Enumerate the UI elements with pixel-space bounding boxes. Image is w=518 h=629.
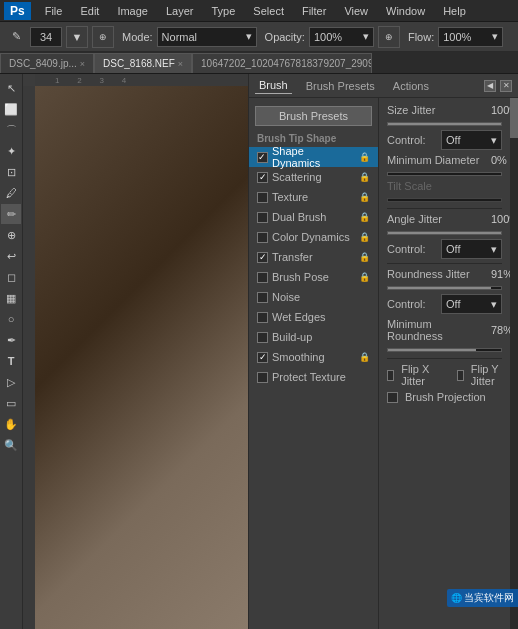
menu-type[interactable]: Type bbox=[204, 3, 244, 19]
eyedropper-tool[interactable]: 🖊 bbox=[1, 183, 21, 203]
checkbox-protect-texture[interactable] bbox=[257, 372, 268, 383]
scrollbar-thumb[interactable] bbox=[510, 98, 518, 138]
brush-item-brush-pose[interactable]: Brush Pose 🔒 bbox=[249, 267, 378, 287]
opacity-pressure-icon[interactable]: ⊕ bbox=[378, 26, 400, 48]
flip-jitter-row: Flip X Jitter Flip Y Jitter bbox=[387, 363, 502, 387]
menu-edit[interactable]: Edit bbox=[72, 3, 107, 19]
lasso-tool[interactable]: ⌒ bbox=[1, 120, 21, 140]
brush-item-wet-edges[interactable]: Wet Edges bbox=[249, 307, 378, 327]
angle-jitter-row: Angle Jitter 100% bbox=[387, 213, 502, 225]
dodge-tool[interactable]: ○ bbox=[1, 309, 21, 329]
history-brush-tool[interactable]: ↩ bbox=[1, 246, 21, 266]
brush-item-smoothing[interactable]: ✓ Smoothing 🔒 bbox=[249, 347, 378, 367]
flip-y-item: Flip Y Jitter bbox=[457, 363, 502, 387]
checkbox-brush-proj[interactable] bbox=[387, 392, 398, 403]
brush-tool-icon: ✎ bbox=[6, 27, 26, 47]
doc-tab-1-close[interactable]: × bbox=[178, 59, 183, 69]
panel-tab-brush[interactable]: Brush bbox=[255, 77, 292, 94]
label-dual-brush: Dual Brush bbox=[272, 211, 326, 223]
checkbox-smoothing[interactable]: ✓ bbox=[257, 352, 268, 363]
min-diameter-label: Minimum Diameter bbox=[387, 154, 487, 166]
eraser-tool[interactable]: ◻ bbox=[1, 267, 21, 287]
pressure-icon[interactable]: ⊕ bbox=[92, 26, 114, 48]
checkbox-noise[interactable] bbox=[257, 292, 268, 303]
roundness-jitter-row: Roundness Jitter 91% bbox=[387, 268, 502, 280]
brush-item-dual-brush[interactable]: Dual Brush 🔒 bbox=[249, 207, 378, 227]
checkbox-scattering[interactable]: ✓ bbox=[257, 172, 268, 183]
marquee-tool[interactable]: ⬜ bbox=[1, 99, 21, 119]
brush-item-texture[interactable]: Texture 🔒 bbox=[249, 187, 378, 207]
checkbox-transfer[interactable]: ✓ bbox=[257, 252, 268, 263]
mode-value: Normal bbox=[162, 31, 197, 43]
checkbox-shape-dynamics[interactable]: ✓ bbox=[257, 152, 268, 163]
lock-shape-dynamics: 🔒 bbox=[359, 152, 370, 162]
crop-tool[interactable]: ⊡ bbox=[1, 162, 21, 182]
text-tool[interactable]: T bbox=[1, 351, 21, 371]
control2-row: Control: Off ▾ bbox=[387, 239, 502, 259]
gradient-tool[interactable]: ▦ bbox=[1, 288, 21, 308]
opacity-dropdown[interactable]: 100% ▾ bbox=[309, 27, 374, 47]
control2-dropdown[interactable]: Off ▾ bbox=[441, 239, 502, 259]
menu-select[interactable]: Select bbox=[245, 3, 292, 19]
pen-tool[interactable]: ✒ bbox=[1, 330, 21, 350]
checkbox-flip-y[interactable] bbox=[457, 370, 464, 381]
stamp-tool[interactable]: ⊕ bbox=[1, 225, 21, 245]
lock-brush-pose: 🔒 bbox=[359, 272, 370, 282]
menu-filter[interactable]: Filter bbox=[294, 3, 334, 19]
mode-chevron: ▾ bbox=[246, 30, 252, 43]
brush-item-build-up[interactable]: Build-up bbox=[249, 327, 378, 347]
checkbox-build-up[interactable] bbox=[257, 332, 268, 343]
settings-scrollbar[interactable] bbox=[510, 98, 518, 629]
brush-item-scattering[interactable]: ✓ Scattering 🔒 bbox=[249, 167, 378, 187]
doc-tab-0[interactable]: DSC_8409.jp... × bbox=[0, 53, 94, 73]
brush-tool[interactable]: ✏ bbox=[1, 204, 21, 224]
brush-item-transfer[interactable]: ✓ Transfer 🔒 bbox=[249, 247, 378, 267]
checkbox-dual-brush[interactable] bbox=[257, 212, 268, 223]
watermark-icon: 🌐 bbox=[451, 593, 462, 603]
checkbox-texture[interactable] bbox=[257, 192, 268, 203]
brush-item-noise[interactable]: Noise bbox=[249, 287, 378, 307]
control1-dropdown[interactable]: Off ▾ bbox=[441, 130, 502, 150]
brush-proj-label: Brush Projection bbox=[405, 391, 486, 403]
checkbox-brush-pose[interactable] bbox=[257, 272, 268, 283]
panel-tab-actions[interactable]: Actions bbox=[389, 78, 433, 94]
brush-item-protect-texture[interactable]: Protect Texture bbox=[249, 367, 378, 387]
menu-file[interactable]: File bbox=[37, 3, 71, 19]
path-select-tool[interactable]: ▷ bbox=[1, 372, 21, 392]
menu-image[interactable]: Image bbox=[109, 3, 156, 19]
brush-picker-btn[interactable]: ▼ bbox=[66, 26, 88, 48]
checkbox-flip-x[interactable] bbox=[387, 370, 394, 381]
size-jitter-row: Size Jitter 100% bbox=[387, 104, 502, 116]
brush-item-shape-dynamics[interactable]: ✓ Shape Dynamics 🔒 bbox=[249, 147, 378, 167]
mode-dropdown[interactable]: Normal ▾ bbox=[157, 27, 257, 47]
hand-tool[interactable]: ✋ bbox=[1, 414, 21, 434]
brush-size-input[interactable]: 34 bbox=[30, 27, 62, 47]
control3-value: Off bbox=[446, 298, 460, 310]
options-toolbar: ✎ 34 ▼ ⊕ Mode: Normal ▾ Opacity: 100% ▾ … bbox=[0, 22, 518, 52]
panel-close-btn[interactable]: ✕ bbox=[500, 80, 512, 92]
label-scattering: Scattering bbox=[272, 171, 322, 183]
panel-controls: ◀ ✕ bbox=[484, 80, 512, 92]
menu-view[interactable]: View bbox=[336, 3, 376, 19]
move-tool[interactable]: ↖ bbox=[1, 78, 21, 98]
min-roundness-label: Minimum Roundness bbox=[387, 318, 487, 342]
shape-tool[interactable]: ▭ bbox=[1, 393, 21, 413]
opacity-value: 100% bbox=[314, 31, 342, 43]
menu-window[interactable]: Window bbox=[378, 3, 433, 19]
flow-dropdown[interactable]: 100% ▾ bbox=[438, 27, 503, 47]
size-jitter-value: 100% bbox=[491, 104, 510, 116]
magic-wand-tool[interactable]: ✦ bbox=[1, 141, 21, 161]
doc-tab-2[interactable]: 10647202_10204767818379207_2909540113386… bbox=[192, 53, 372, 73]
menu-layer[interactable]: Layer bbox=[158, 3, 202, 19]
doc-tab-1[interactable]: DSC_8168.NEF × bbox=[94, 53, 192, 73]
doc-tab-0-close[interactable]: × bbox=[80, 59, 85, 69]
zoom-tool[interactable]: 🔍 bbox=[1, 435, 21, 455]
panel-collapse-btn[interactable]: ◀ bbox=[484, 80, 496, 92]
panel-tab-presets[interactable]: Brush Presets bbox=[302, 78, 379, 94]
brush-presets-button[interactable]: Brush Presets bbox=[255, 106, 372, 126]
checkbox-wet-edges[interactable] bbox=[257, 312, 268, 323]
checkbox-color-dynamics[interactable] bbox=[257, 232, 268, 243]
menu-help[interactable]: Help bbox=[435, 3, 474, 19]
control3-dropdown[interactable]: Off ▾ bbox=[441, 294, 502, 314]
brush-item-color-dynamics[interactable]: Color Dynamics 🔒 bbox=[249, 227, 378, 247]
